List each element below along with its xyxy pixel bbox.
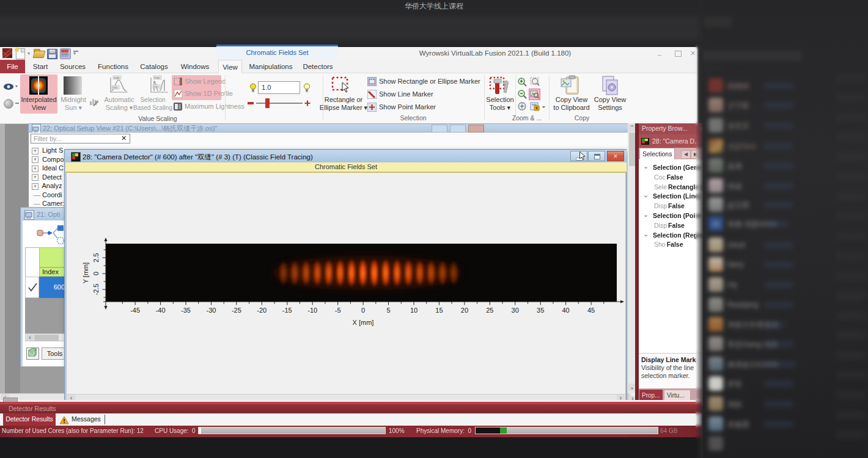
svg-text:-5: -5: [335, 307, 341, 314]
svg-text:5: 5: [386, 307, 390, 314]
svg-text:-10: -10: [307, 307, 317, 314]
svg-text:10: 10: [410, 307, 417, 314]
svg-text:40: 40: [562, 307, 569, 314]
svg-text:-40: -40: [156, 307, 166, 314]
svg-text:-2.5: -2.5: [92, 284, 100, 296]
svg-text:-20: -20: [257, 307, 267, 314]
svg-text:X [mm]: X [mm]: [353, 319, 374, 326]
svg-text:30: 30: [512, 307, 519, 314]
svg-text:25: 25: [486, 307, 493, 314]
svg-text:20: 20: [461, 307, 468, 314]
svg-text:0: 0: [92, 272, 100, 275]
svg-text:min: min: [153, 85, 158, 89]
svg-text:Y [mm]: Y [mm]: [82, 263, 89, 284]
svg-text:max: max: [154, 76, 160, 79]
svg-text:-35: -35: [181, 307, 191, 314]
svg-text:35: 35: [537, 307, 544, 314]
svg-text:-45: -45: [130, 307, 140, 314]
svg-text:-30: -30: [207, 307, 216, 314]
svg-text:min: min: [112, 85, 117, 89]
svg-text:2.5: 2.5: [92, 253, 100, 262]
svg-text:0: 0: [361, 307, 365, 314]
svg-text:max: max: [114, 76, 120, 79]
svg-text:-15: -15: [282, 307, 292, 314]
svg-text:45: 45: [587, 307, 595, 314]
svg-text:-25: -25: [232, 307, 241, 314]
svg-text:15: 15: [435, 307, 443, 314]
